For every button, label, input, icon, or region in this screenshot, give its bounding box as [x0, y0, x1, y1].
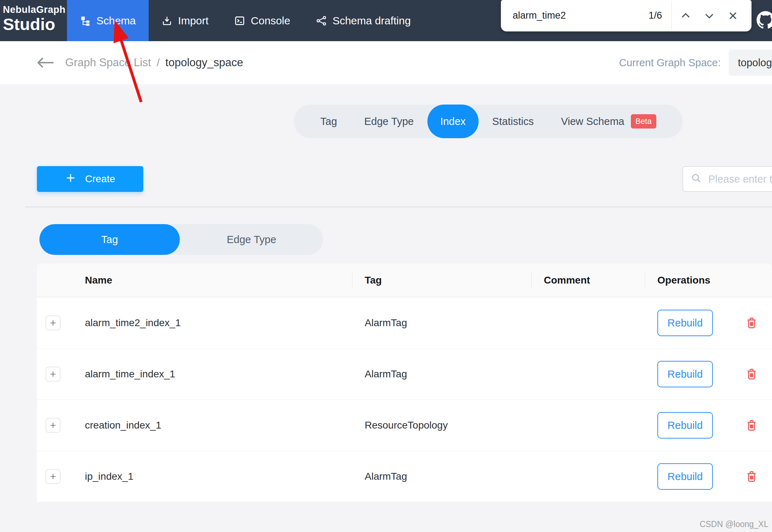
- current-graph-space-label: Current Graph Space:: [619, 57, 721, 69]
- cell-name: alarm_time2_index_1: [37, 315, 352, 330]
- find-next-button[interactable]: [697, 4, 721, 28]
- type-switch: Tag Edge Type: [39, 224, 323, 255]
- expand-row-icon[interactable]: [45, 367, 61, 382]
- cell-operations: Rebuild: [645, 361, 772, 387]
- schema-tabs-row: Tag Edge Type Index Statistics View Sche…: [0, 84, 772, 138]
- schema-tabs: Tag Edge Type Index Statistics View Sche…: [294, 105, 683, 138]
- cell-name: alarm_time_index_1: [37, 367, 352, 382]
- nav-item-schema-drafting[interactable]: Schema drafting: [303, 0, 423, 41]
- main-content: Tag Edge Type Index Statistics View Sche…: [0, 84, 772, 532]
- tab-statistics[interactable]: Statistics: [479, 105, 547, 138]
- delete-trash-icon[interactable]: [745, 419, 758, 432]
- plus-icon: [65, 172, 76, 186]
- current-graph-space: Current Graph Space: topology_s: [619, 41, 772, 84]
- index-tag: AlarmTag: [352, 317, 531, 329]
- index-tag: ResourceTopology: [352, 420, 531, 431]
- tab-edge-type[interactable]: Edge Type: [351, 105, 427, 138]
- type-switch-tag[interactable]: Tag: [39, 224, 180, 255]
- tab-tag[interactable]: Tag: [307, 105, 351, 138]
- beta-badge: Beta: [631, 114, 656, 129]
- breadcrumb-separator: /: [157, 57, 160, 69]
- expand-row-icon[interactable]: [45, 315, 61, 330]
- index-name: ip_index_1: [85, 471, 133, 482]
- browser-find-bar: alarm_time2 1/6: [501, 0, 752, 32]
- find-bar-divider: [671, 1, 672, 30]
- nav-item-import[interactable]: Import: [149, 0, 221, 41]
- delete-trash-icon[interactable]: [745, 316, 758, 329]
- column-header-operations: Operations: [645, 263, 772, 297]
- delete-trash-icon[interactable]: [745, 470, 758, 483]
- type-switch-edge-type[interactable]: Edge Type: [180, 234, 323, 246]
- search-icon: [691, 173, 702, 185]
- index-tag: AlarmTag: [352, 471, 531, 482]
- create-button[interactable]: Create: [37, 166, 143, 192]
- section-divider: [25, 207, 772, 207]
- tab-view-schema-label: View Schema: [561, 116, 624, 127]
- cell-operations: Rebuild: [645, 310, 772, 336]
- breadcrumb-current-space: topology_space: [166, 56, 243, 69]
- table-row: alarm_time_index_1 AlarmTag Rebuild: [37, 349, 772, 400]
- search-input[interactable]: [708, 173, 772, 185]
- app-logo[interactable]: NebulaGraph Studio: [0, 0, 67, 41]
- column-header-tag: Tag: [352, 263, 531, 297]
- table-row: ip_index_1 AlarmTag Rebuild: [37, 451, 772, 502]
- nav-item-label: Import: [178, 15, 208, 27]
- expand-row-icon[interactable]: [45, 418, 61, 433]
- schema-tree-icon: [80, 15, 91, 26]
- index-table: Name Tag Comment Operations alarm_time2_…: [37, 263, 772, 502]
- nav-item-label: Schema: [96, 15, 136, 27]
- index-name: alarm_time2_index_1: [85, 317, 181, 329]
- schema-drafting-icon: [316, 15, 327, 26]
- delete-trash-icon[interactable]: [745, 368, 758, 381]
- rebuild-button[interactable]: Rebuild: [657, 412, 713, 439]
- index-name: alarm_time_index_1: [85, 368, 175, 380]
- column-header-name: Name: [37, 263, 352, 297]
- console-terminal-icon: [234, 15, 245, 26]
- column-header-comment: Comment: [531, 263, 645, 297]
- breadcrumb-graph-space-list[interactable]: Graph Space List: [65, 56, 151, 69]
- cell-name: ip_index_1: [37, 469, 352, 484]
- cell-operations: Rebuild: [645, 463, 772, 490]
- table-row: alarm_time2_index_1 AlarmTag Rebuild: [37, 298, 772, 349]
- rebuild-button[interactable]: Rebuild: [657, 361, 713, 387]
- nav-item-schema[interactable]: Schema: [67, 0, 149, 41]
- logo-line2: Studio: [3, 16, 67, 33]
- nav-item-label: Console: [251, 15, 290, 27]
- index-tag: AlarmTag: [352, 368, 531, 380]
- nav-items: Schema Import Console Schema drafting: [67, 0, 424, 41]
- current-graph-space-select[interactable]: topology_s: [729, 49, 772, 76]
- rebuild-button[interactable]: Rebuild: [657, 310, 713, 336]
- tab-index[interactable]: Index: [427, 105, 479, 138]
- back-arrow-icon[interactable]: [36, 57, 54, 69]
- index-search-box: [682, 166, 772, 192]
- nav-item-console[interactable]: Console: [221, 0, 303, 41]
- nav-item-label: Schema drafting: [332, 15, 411, 27]
- find-match-count: 1/6: [648, 10, 662, 21]
- watermark-text: CSDN @loong_XL: [700, 519, 768, 529]
- import-download-icon: [162, 15, 172, 26]
- find-query-input[interactable]: alarm_time2: [513, 10, 648, 21]
- index-name: creation_index_1: [85, 420, 161, 431]
- find-close-icon[interactable]: [721, 4, 745, 28]
- table-header-row: Name Tag Comment Operations: [37, 263, 772, 298]
- cell-operations: Rebuild: [645, 412, 772, 439]
- logo-line1: NebulaGraph: [3, 4, 67, 15]
- create-button-label: Create: [85, 173, 115, 185]
- find-previous-button[interactable]: [674, 4, 697, 28]
- app-screen: NebulaGraph Studio Schema Import Conso: [0, 0, 772, 532]
- rebuild-button[interactable]: Rebuild: [657, 463, 713, 490]
- github-icon[interactable]: [757, 11, 772, 30]
- toolbar: Create: [0, 166, 772, 192]
- cell-name: creation_index_1: [37, 418, 352, 433]
- page-header: Graph Space List / topology_space Curren…: [0, 41, 772, 84]
- table-row: creation_index_1 ResourceTopology Rebuil…: [37, 400, 772, 451]
- expand-row-icon[interactable]: [45, 469, 61, 484]
- tab-view-schema[interactable]: View Schema Beta: [547, 105, 670, 138]
